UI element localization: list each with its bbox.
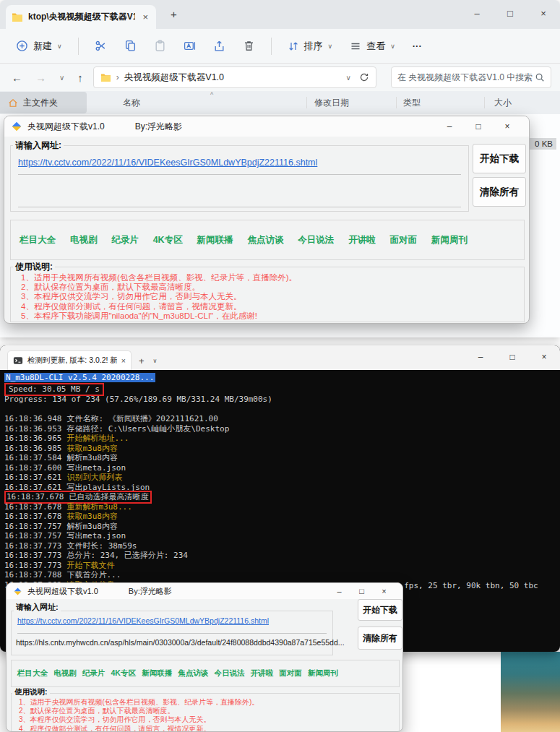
channel-link[interactable]: 新闻联播 — [197, 234, 233, 246]
log-message: 解析m3u8内容 — [66, 522, 118, 531]
view-button[interactable]: 查看 ∨ — [344, 35, 401, 57]
minimize-icon[interactable]: – — [328, 587, 350, 595]
source-url-link[interactable]: https://tv.cctv.com/2022/11/16/VIDEKeesG… — [17, 616, 269, 625]
log-timestamp: 16:18:37.678 — [4, 502, 61, 512]
selected-text: N_m3u8DL-CLI v2.5.4 20200228... — [4, 373, 155, 382]
channel-link[interactable]: 电视剧 — [70, 234, 98, 246]
up-icon[interactable]: ↑ — [74, 72, 86, 84]
column-separator[interactable] — [306, 97, 307, 108]
terminal-tab[interactable]: 检测到更新, 版本: 3.0.2! 新增 × — [7, 350, 132, 370]
close-icon[interactable]: × — [373, 587, 395, 595]
sort-button[interactable]: 排序 ∨ — [282, 35, 339, 57]
url-label: 请输入网址: — [14, 602, 61, 613]
tab-dropdown-icon[interactable]: ∨ — [153, 358, 158, 364]
channel-link[interactable]: 焦点访谈 — [247, 234, 283, 246]
close-icon[interactable]: × — [493, 121, 522, 132]
column-header-size[interactable]: 大小 — [494, 97, 512, 109]
desktop-wallpaper — [501, 652, 560, 732]
sidebar-item-home[interactable]: 主文件夹 — [0, 92, 87, 113]
delete-button[interactable] — [237, 35, 261, 56]
channel-link[interactable]: 今日说法 — [214, 668, 244, 679]
channel-link[interactable]: 面对面 — [390, 234, 418, 246]
channel-link[interactable]: 开讲啦 — [348, 234, 376, 246]
copy-button[interactable] — [119, 35, 142, 56]
column-separator[interactable] — [484, 97, 485, 108]
more-options-button[interactable]: ··· — [407, 36, 428, 56]
terminal-window-controls: – □ × — [465, 345, 560, 369]
new-tab-button[interactable]: + — [165, 7, 183, 22]
minimize-icon[interactable]: – — [460, 0, 494, 26]
forward-icon[interactable]: → — [33, 72, 49, 84]
start-download-button[interactable]: 开始下载 — [358, 599, 402, 621]
clear-all-button[interactable]: 清除所有 — [358, 626, 402, 650]
channel-link[interactable]: 栏目大全 — [17, 668, 48, 679]
channel-link[interactable]: 4K专区 — [111, 668, 136, 679]
channel-link[interactable]: 纪录片 — [82, 668, 105, 679]
downloader-byline: By:浮光略影 — [135, 121, 182, 133]
history-chevron-icon[interactable]: ∨ — [56, 74, 67, 82]
sort-arrows-icon — [288, 40, 299, 52]
channel-link[interactable]: 开讲啦 — [251, 668, 274, 679]
url-field-underline[interactable] — [17, 633, 327, 634]
new-button[interactable]: 新建 ∨ — [10, 35, 68, 57]
channel-link[interactable]: 面对面 — [279, 668, 302, 679]
minimize-icon[interactable]: – — [465, 345, 496, 369]
cut-button[interactable] — [89, 35, 113, 56]
maximize-icon[interactable]: □ — [464, 121, 493, 132]
chevron-down-icon: ∨ — [57, 43, 62, 50]
downloader-window-large: 央视网超级下载v1.0 By:浮光略影 – □ × 请输入网址: https:/… — [4, 116, 530, 324]
search-box[interactable] — [391, 66, 551, 88]
explorer-tab[interactable]: ktop\央视视频超级下载器V1.0 × — [6, 5, 156, 29]
minimize-icon[interactable]: – — [435, 121, 464, 132]
maximize-icon[interactable]: □ — [494, 0, 527, 26]
log-timestamp: 16:18:37.621 — [4, 473, 61, 482]
column-separator[interactable] — [396, 97, 397, 108]
channel-link[interactable]: 4K专区 — [153, 234, 183, 246]
rename-button[interactable] — [178, 35, 202, 56]
resolved-url-text[interactable]: https://hls.cntv.myhwcdn.cn/asp/hls/main… — [16, 638, 345, 647]
log-message: 开始解析地址... — [66, 434, 129, 443]
channel-link[interactable]: 纪录片 — [111, 234, 139, 246]
channel-link[interactable]: 今日说法 — [298, 234, 334, 246]
address-bar[interactable]: › 央视视频超级下载器V1.0 ∨ — [93, 66, 376, 88]
channel-link[interactable]: 新闻周刊 — [431, 234, 468, 246]
channel-link[interactable]: 新闻联播 — [142, 668, 172, 679]
source-url-link[interactable]: https://tv.cctv.com/2022/11/16/VIDEKeesG… — [18, 158, 317, 168]
url-field-underline[interactable] — [18, 174, 461, 175]
clear-all-button[interactable]: 清除所有 — [473, 177, 526, 207]
share-icon — [213, 40, 225, 52]
downloader-window-controls: – □ × — [435, 121, 522, 132]
channel-link[interactable]: 电视剧 — [53, 668, 77, 679]
channel-links-group: 栏目大全电视剧纪录片4K专区新闻联播焦点访谈今日说法开讲啦面对面新闻周刊 — [11, 660, 400, 687]
refresh-icon[interactable] — [359, 72, 369, 82]
share-button[interactable] — [207, 35, 231, 56]
channel-link[interactable]: 新闻周刊 — [308, 668, 338, 679]
close-icon[interactable]: × — [527, 0, 560, 26]
breadcrumb[interactable]: 央视视频超级下载器V1.0 — [124, 72, 224, 84]
log-message: 总分片: 234, 已选择分片: 234 — [66, 551, 187, 560]
back-icon[interactable]: ← — [9, 72, 25, 84]
log-timestamp: 16:18:37.757 — [4, 522, 61, 531]
log-message: 已自动选择最高清晰度 — [69, 492, 148, 501]
address-chevron-icon[interactable]: ∨ — [343, 74, 354, 82]
usage-note-line: 2、默认保存位置为桌面，默认下载最高清晰度。 — [21, 283, 514, 292]
new-tab-button[interactable]: + — [139, 356, 145, 366]
maximize-icon[interactable]: □ — [496, 345, 528, 369]
usage-notes-group: 1、适用于央视网所有视频(包含各栏目视频、影视、纪录片等，直播除外)。2、默认保… — [10, 267, 525, 322]
column-header-modified[interactable]: 修改日期 — [314, 97, 349, 109]
paste-button[interactable] — [148, 35, 172, 56]
log-message: 下载首分片... — [66, 570, 121, 580]
tab-close-icon[interactable]: × — [121, 356, 126, 365]
search-input[interactable] — [397, 72, 535, 82]
column-header-type[interactable]: 类型 — [403, 97, 421, 109]
column-header-name[interactable]: 名称 — [123, 97, 140, 109]
close-icon[interactable]: × — [528, 345, 560, 369]
start-download-button[interactable]: 开始下载 — [473, 144, 526, 173]
view-list-icon — [350, 40, 361, 52]
maximize-icon[interactable]: □ — [350, 587, 373, 595]
tab-close-icon[interactable]: × — [140, 12, 150, 22]
url-field-underline[interactable] — [18, 207, 461, 207]
channel-link[interactable]: 栏目大全 — [20, 234, 56, 246]
terminal-log-line: 16:18:37.584解析m3u8内容 — [4, 453, 560, 463]
channel-link[interactable]: 焦点访谈 — [178, 668, 208, 679]
